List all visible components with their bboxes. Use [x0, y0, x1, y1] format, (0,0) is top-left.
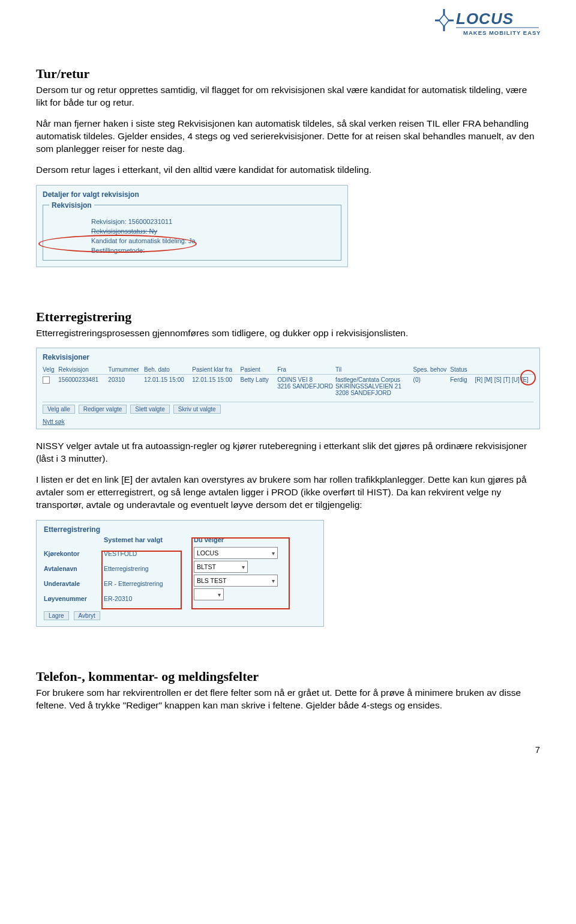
paragraph: Dersom tur og retur opprettes samtidig, …: [36, 84, 540, 109]
paragraph: Når man fjerner haken i siste steg Rekvi…: [36, 118, 540, 156]
col-velg: Velg: [43, 366, 56, 373]
col-du-velger: Du velger: [194, 536, 284, 543]
cell-tur: 20310: [108, 376, 142, 383]
svg-text:LOCUS: LOCUS: [456, 10, 514, 28]
paragraph: Etterregistreringsprosessen gjennomføres…: [36, 327, 540, 340]
col-pasient-klar: Pasient klar fra: [192, 366, 238, 373]
heading-telefon: Telefon-, kommentar- og meldingsfelter: [36, 669, 540, 684]
col-turnummer: Turnummer: [108, 366, 142, 373]
paragraph: I listen er det en link [E] der avtalen …: [36, 474, 540, 512]
sys-underavtale: ER - Etterregistrering: [104, 577, 194, 590]
col-beh-dato: Beh. dato: [144, 366, 190, 373]
col-spes-behov: Spes. behov: [413, 366, 448, 373]
kv-rekvisisjon: Rekvisisjon: 156000231011: [49, 217, 335, 226]
cell-spes: (0): [413, 376, 448, 383]
screenshot-detaljer: Detaljer for valgt rekvisisjon Rekvisisj…: [36, 185, 348, 267]
table-row: 156000233481 20310 12.01.15 15:00 12.01.…: [43, 375, 533, 398]
lagre-button[interactable]: Lagre: [44, 611, 69, 620]
screenshot-rekvisisjoner: Rekvisisjoner Velg Rekvisisjon Turnummer…: [36, 348, 540, 429]
select-avtalenavn[interactable]: BLTST: [194, 561, 248, 573]
cell-rekv: 156000233481: [58, 376, 106, 383]
cell-beh: 12.01.15 15:00: [144, 376, 190, 383]
sys-loyvenummer: ER-20310: [104, 592, 194, 605]
screenshot-etterregistrering: Etterregistrering Systemet har valgt Du …: [36, 520, 324, 627]
sys-avtalenavn: Etterregistrering: [104, 562, 194, 575]
cell-status: Ferdig: [450, 376, 472, 383]
cell-actions[interactable]: [R] [M] [S] [T] [U] [E]: [475, 376, 533, 383]
rediger-valgte-button[interactable]: Rediger valgte: [79, 405, 127, 414]
panel-header: Etterregistrering: [44, 525, 316, 534]
label-underavtale: Underavtale: [44, 577, 104, 590]
label-loyvenummer: Løyvenummer: [44, 592, 104, 605]
panel-header: Rekvisisjoner: [43, 353, 533, 361]
nytt-sok-link[interactable]: Nytt søk: [43, 418, 533, 425]
panel-header: Detaljer for valgt rekvisisjon: [43, 190, 341, 199]
heading-etterregistrering: Etterregistrering: [36, 309, 540, 325]
cell-klar: 12.01.15 15:00: [192, 376, 238, 383]
sys-kjorekontor: VESTFOLD: [104, 547, 194, 560]
kv-bestilling: Bestillingsmetode:: [49, 246, 335, 255]
heading-tur-retur: Tur/retur: [36, 66, 540, 82]
table-head: Velg Rekvisisjon Turnummer Beh. dato Pas…: [43, 364, 533, 375]
page-number: 7: [0, 732, 576, 763]
velg-alle-button[interactable]: Velg alle: [43, 405, 75, 414]
kv-kandidat: Kandidat for automatisk tildeling: Ja: [49, 236, 335, 246]
slett-valgte-button[interactable]: Slett valgte: [130, 405, 169, 414]
label-kjorekontor: Kjørekontor: [44, 547, 104, 560]
paragraph: For brukere som har rekvirentrollen er d…: [36, 687, 540, 712]
paragraph: Dersom retur lages i etterkant, vil den …: [36, 164, 540, 177]
col-til: Til: [335, 366, 410, 373]
checkbox[interactable]: [43, 376, 50, 384]
select-loyvenummer[interactable]: [194, 588, 224, 600]
button-bar: Velg alle Rediger valgte Slett valgte Sk…: [43, 402, 533, 414]
fieldset-rekvisisjon: Rekvisisjon Rekvisisjon: 156000231011 Re…: [43, 201, 341, 261]
skriv-ut-button[interactable]: Skriv ut valgte: [173, 405, 221, 414]
col-systemet: Systemet har valgt: [104, 536, 194, 543]
avbryt-button[interactable]: Avbryt: [74, 611, 100, 620]
cell-pasient: Betty Latty: [241, 376, 275, 383]
label-avtalenavn: Avtalenavn: [44, 562, 104, 575]
legend: Rekvisisjon: [49, 201, 94, 210]
col-pasient: Pasient: [241, 366, 275, 373]
paragraph: NISSY velger avtale ut fra autoassign-re…: [36, 440, 540, 465]
select-underavtale[interactable]: BLS TEST: [194, 575, 278, 587]
logo: LOCUS MAKES MOBILITY EASY: [432, 6, 540, 39]
cell-fra: ODINS VEI 8 3216 SANDEFJORD: [277, 376, 333, 390]
col-rekvisisjon: Rekvisisjon: [58, 366, 106, 373]
kv-status: Rekvisisjonsstatus: Ny: [49, 226, 335, 236]
col-fra: Fra: [277, 366, 333, 373]
svg-text:MAKES MOBILITY EASY: MAKES MOBILITY EASY: [463, 29, 540, 36]
col-status: Status: [450, 366, 472, 373]
cell-til: fastlege/Cantata Corpus SKIRINGSSALVEIEN…: [335, 376, 410, 396]
select-kjorekontor[interactable]: LOCUS: [194, 547, 278, 559]
